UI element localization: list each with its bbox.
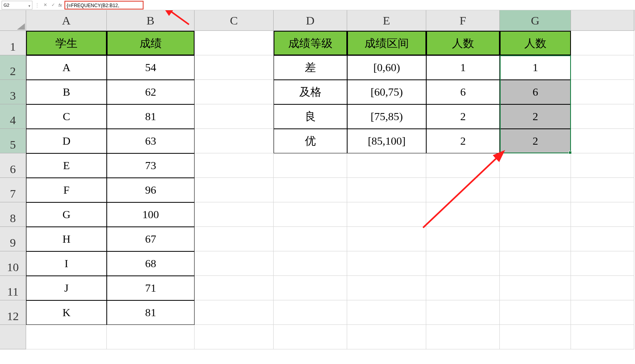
row-header-3[interactable]: 3	[0, 80, 26, 104]
cell-A4[interactable]: C	[26, 104, 107, 129]
col-header-D[interactable]: D	[274, 10, 347, 31]
cell-B12[interactable]: 81	[107, 300, 195, 325]
enter-icon[interactable]: ✓	[49, 2, 57, 8]
cell-B11[interactable]: 71	[107, 276, 195, 300]
cell-A10[interactable]: I	[26, 251, 107, 276]
cell-H6[interactable]	[571, 153, 634, 178]
cell-D9[interactable]	[274, 227, 347, 251]
row-header-10[interactable]: 10	[0, 251, 26, 276]
col-header-G[interactable]: G	[500, 10, 571, 31]
cell-H2[interactable]	[571, 55, 634, 80]
row-header-7[interactable]: 7	[0, 178, 26, 202]
cell-C12[interactable]	[195, 300, 274, 325]
cell[interactable]	[195, 325, 274, 349]
cell-G7[interactable]	[500, 178, 571, 202]
col-header-A[interactable]: A	[26, 10, 107, 31]
cell-F9[interactable]	[426, 227, 500, 251]
cell-D6[interactable]	[274, 153, 347, 178]
cell-H11[interactable]	[571, 276, 634, 300]
name-box[interactable]: G2	[2, 1, 32, 9]
cell-G8[interactable]	[500, 202, 571, 227]
cell-C9[interactable]	[195, 227, 274, 251]
cell-D3[interactable]: 及格	[274, 80, 347, 104]
cell-G11[interactable]	[500, 276, 571, 300]
cell-B6[interactable]: 73	[107, 153, 195, 178]
cancel-icon[interactable]: ✕	[41, 2, 49, 8]
cell-G3[interactable]: 6	[500, 80, 571, 104]
cell-B2[interactable]: 54	[107, 55, 195, 80]
cell-F10[interactable]	[426, 251, 500, 276]
cell-C6[interactable]	[195, 153, 274, 178]
cell-G12[interactable]	[500, 300, 571, 325]
cell-C11[interactable]	[195, 276, 274, 300]
cell-D2[interactable]: 差	[274, 55, 347, 80]
cell-B4[interactable]: 81	[107, 104, 195, 129]
row-header-8[interactable]: 8	[0, 202, 26, 227]
cell-B7[interactable]: 96	[107, 178, 195, 202]
cell-A11[interactable]: J	[26, 276, 107, 300]
cell-E5[interactable]: [85,100]	[347, 129, 426, 153]
cell-D4[interactable]: 良	[274, 104, 347, 129]
row-header-6[interactable]: 6	[0, 153, 26, 178]
cell-E6[interactable]	[347, 153, 426, 178]
cell-B1[interactable]: 成绩	[107, 31, 195, 55]
cell-H3[interactable]	[571, 80, 634, 104]
cell-G6[interactable]	[500, 153, 571, 178]
cell-E4[interactable]: [75,85)	[347, 104, 426, 129]
cell-B3[interactable]: 62	[107, 80, 195, 104]
cell-F1[interactable]: 人数	[426, 31, 500, 55]
cell-G4[interactable]: 2	[500, 104, 571, 129]
col-header-blank[interactable]	[571, 10, 634, 31]
cell-G5[interactable]: 2	[500, 129, 571, 153]
cell[interactable]	[571, 325, 634, 349]
cell-D7[interactable]	[274, 178, 347, 202]
row-header-4[interactable]: 4	[0, 104, 26, 129]
cell-F12[interactable]	[426, 300, 500, 325]
cell-E7[interactable]	[347, 178, 426, 202]
cell-C2[interactable]	[195, 55, 274, 80]
cell[interactable]	[426, 325, 500, 349]
row-header-12[interactable]: 12	[0, 300, 26, 325]
cell-D1[interactable]: 成绩等级	[274, 31, 347, 55]
cell[interactable]	[26, 325, 107, 349]
cell-B9[interactable]: 67	[107, 227, 195, 251]
cell-F4[interactable]: 2	[426, 104, 500, 129]
cell-G9[interactable]	[500, 227, 571, 251]
cell-E10[interactable]	[347, 251, 426, 276]
cell-A2[interactable]: A	[26, 55, 107, 80]
cell-C10[interactable]	[195, 251, 274, 276]
cell-H8[interactable]	[571, 202, 634, 227]
formula-input-highlight[interactable]: {=FREQUENCY(B2:B12,{59,74,84})}	[64, 1, 144, 9]
cell-H4[interactable]	[571, 104, 634, 129]
cell-A7[interactable]: F	[26, 178, 107, 202]
col-header-E[interactable]: E	[347, 10, 426, 31]
cell-E3[interactable]: [60,75)	[347, 80, 426, 104]
cell[interactable]	[347, 325, 426, 349]
cell-D8[interactable]	[274, 202, 347, 227]
formula-input-rest[interactable]	[144, 1, 635, 9]
cell-H10[interactable]	[571, 251, 634, 276]
cell-F6[interactable]	[426, 153, 500, 178]
cell-G1[interactable]: 人数	[500, 31, 571, 55]
cell[interactable]	[107, 325, 195, 349]
cell-D5[interactable]: 优	[274, 129, 347, 153]
cell[interactable]	[274, 325, 347, 349]
select-all-triangle[interactable]	[0, 10, 26, 31]
cell-E11[interactable]	[347, 276, 426, 300]
cell-F11[interactable]	[426, 276, 500, 300]
cell-E12[interactable]	[347, 300, 426, 325]
col-header-B[interactable]: B	[107, 10, 195, 31]
cell-C4[interactable]	[195, 104, 274, 129]
cell-A6[interactable]: E	[26, 153, 107, 178]
cell-F5[interactable]: 2	[426, 129, 500, 153]
cell-E2[interactable]: [0,60)	[347, 55, 426, 80]
cell-B8[interactable]: 100	[107, 202, 195, 227]
cell-D10[interactable]	[274, 251, 347, 276]
cell-B10[interactable]: 68	[107, 251, 195, 276]
cell-B5[interactable]: 63	[107, 129, 195, 153]
cell-G2[interactable]: 1	[500, 55, 571, 80]
cell-D11[interactable]	[274, 276, 347, 300]
row-header-9[interactable]: 9	[0, 227, 26, 251]
cell-A9[interactable]: H	[26, 227, 107, 251]
row-header-5[interactable]: 5	[0, 129, 26, 153]
